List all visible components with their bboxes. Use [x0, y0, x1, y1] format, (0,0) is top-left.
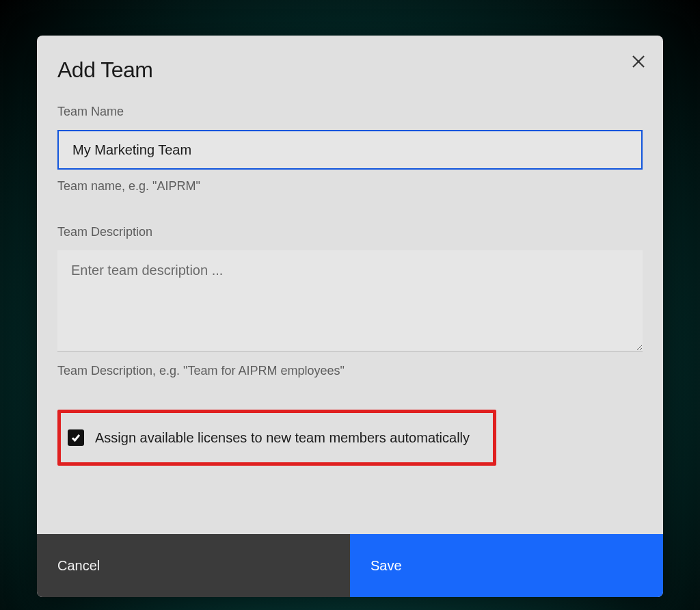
team-description-textarea[interactable] — [57, 250, 643, 352]
assign-licenses-highlight: Assign available licenses to new team me… — [57, 410, 496, 466]
team-name-input[interactable] — [57, 130, 643, 170]
modal-footer: Cancel Save — [37, 534, 663, 597]
team-description-field-group: Team Description Team Description, e.g. … — [57, 225, 643, 378]
team-name-field-group: Team Name Team name, e.g. "AIPRM" — [57, 105, 643, 194]
add-team-modal: Add Team Team Name Team name, e.g. "AIPR… — [37, 36, 663, 597]
cancel-button[interactable]: Cancel — [37, 534, 350, 597]
close-button[interactable] — [630, 53, 647, 70]
close-icon — [632, 55, 645, 68]
modal-body: Add Team Team Name Team name, e.g. "AIPR… — [37, 36, 663, 534]
modal-title: Add Team — [57, 57, 643, 83]
team-description-label: Team Description — [57, 225, 643, 239]
save-button[interactable]: Save — [350, 534, 663, 597]
team-name-help: Team name, e.g. "AIPRM" — [57, 179, 643, 194]
assign-licenses-checkbox[interactable] — [68, 429, 84, 446]
team-description-help: Team Description, e.g. "Team for AIPRM e… — [57, 364, 643, 378]
assign-licenses-label: Assign available licenses to new team me… — [95, 430, 470, 446]
team-name-label: Team Name — [57, 105, 643, 119]
checkmark-icon — [70, 432, 81, 443]
